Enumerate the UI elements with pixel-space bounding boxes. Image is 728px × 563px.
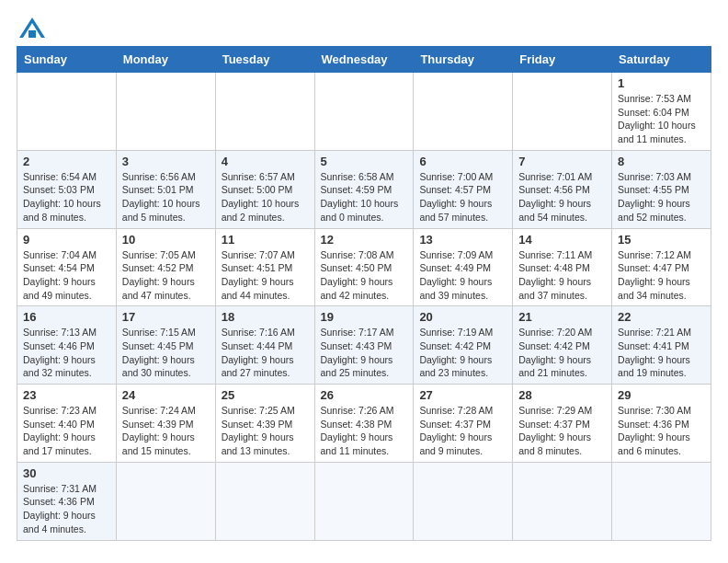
calendar-cell: 6Sunrise: 7:00 AM Sunset: 4:57 PM Daylig… <box>414 150 513 228</box>
day-number: 4 <box>222 155 309 168</box>
day-number: 2 <box>23 155 110 168</box>
day-number: 11 <box>222 233 309 247</box>
day-number: 27 <box>419 388 506 402</box>
day-info: Sunrise: 7:05 AM Sunset: 4:52 PM Dayligh… <box>122 248 210 303</box>
calendar-cell <box>314 73 414 151</box>
calendar-cell: 11Sunrise: 7:07 AM Sunset: 4:51 PM Dayli… <box>215 228 314 306</box>
day-info: Sunrise: 7:11 AM Sunset: 4:48 PM Dayligh… <box>518 248 606 303</box>
calendar-cell <box>116 73 215 151</box>
calendar-cell <box>215 73 314 151</box>
col-header-wednesday: Wednesday <box>314 47 414 73</box>
day-number: 7 <box>518 155 606 168</box>
day-info: Sunrise: 7:17 AM Sunset: 4:43 PM Dayligh… <box>321 326 408 380</box>
day-info: Sunrise: 7:24 AM Sunset: 4:39 PM Dayligh… <box>122 404 210 458</box>
calendar-cell: 9Sunrise: 7:04 AM Sunset: 4:54 PM Daylig… <box>17 228 117 306</box>
calendar-cell: 12Sunrise: 7:08 AM Sunset: 4:50 PM Dayli… <box>314 228 414 306</box>
day-number: 20 <box>419 310 506 324</box>
calendar-cell: 26Sunrise: 7:26 AM Sunset: 4:38 PM Dayli… <box>314 385 414 463</box>
page: SundayMondayTuesdayWednesdayThursdayFrid… <box>0 0 728 550</box>
day-info: Sunrise: 6:54 AM Sunset: 5:03 PM Dayligh… <box>23 170 110 224</box>
day-info: Sunrise: 6:56 AM Sunset: 5:01 PM Dayligh… <box>122 170 210 224</box>
day-info: Sunrise: 7:16 AM Sunset: 4:44 PM Dayligh… <box>222 326 309 380</box>
calendar-table: SundayMondayTuesdayWednesdayThursdayFrid… <box>17 46 711 541</box>
day-info: Sunrise: 7:15 AM Sunset: 4:45 PM Dayligh… <box>122 326 210 380</box>
calendar-cell <box>314 462 414 540</box>
day-number: 28 <box>518 388 606 402</box>
logo <box>17 17 45 37</box>
day-info: Sunrise: 7:12 AM Sunset: 4:47 PM Dayligh… <box>618 248 705 303</box>
calendar-cell <box>612 462 711 540</box>
calendar-cell <box>513 73 612 151</box>
calendar-cell: 4Sunrise: 6:57 AM Sunset: 5:00 PM Daylig… <box>215 150 314 228</box>
logo-text <box>17 17 45 37</box>
calendar-cell <box>116 462 215 540</box>
calendar-week-4: 16Sunrise: 7:13 AM Sunset: 4:46 PM Dayli… <box>17 306 711 385</box>
day-number: 29 <box>618 388 705 402</box>
calendar-cell: 17Sunrise: 7:15 AM Sunset: 4:45 PM Dayli… <box>116 306 215 385</box>
col-header-monday: Monday <box>116 47 215 73</box>
calendar-week-6: 30Sunrise: 7:31 AM Sunset: 4:36 PM Dayli… <box>17 462 711 540</box>
calendar-cell: 7Sunrise: 7:01 AM Sunset: 4:56 PM Daylig… <box>513 150 612 228</box>
calendar-cell: 18Sunrise: 7:16 AM Sunset: 4:44 PM Dayli… <box>215 306 314 385</box>
calendar-cell: 27Sunrise: 7:28 AM Sunset: 4:37 PM Dayli… <box>414 385 513 463</box>
day-info: Sunrise: 7:00 AM Sunset: 4:57 PM Dayligh… <box>419 170 506 224</box>
calendar-cell: 10Sunrise: 7:05 AM Sunset: 4:52 PM Dayli… <box>116 228 215 306</box>
day-number: 22 <box>618 310 705 324</box>
day-number: 15 <box>618 233 705 247</box>
calendar-cell: 24Sunrise: 7:24 AM Sunset: 4:39 PM Dayli… <box>116 385 215 463</box>
day-info: Sunrise: 7:08 AM Sunset: 4:50 PM Dayligh… <box>321 248 408 303</box>
day-number: 17 <box>122 310 210 324</box>
day-info: Sunrise: 7:07 AM Sunset: 4:51 PM Dayligh… <box>222 248 309 303</box>
calendar-cell: 23Sunrise: 7:23 AM Sunset: 4:40 PM Dayli… <box>17 385 117 463</box>
calendar-cell <box>513 462 612 540</box>
day-number: 14 <box>518 233 606 247</box>
day-number: 13 <box>419 233 506 247</box>
col-header-saturday: Saturday <box>612 47 711 73</box>
calendar-week-1: 1Sunrise: 7:53 AM Sunset: 6:04 PM Daylig… <box>17 73 711 151</box>
calendar-cell: 5Sunrise: 6:58 AM Sunset: 4:59 PM Daylig… <box>314 150 414 228</box>
day-info: Sunrise: 7:31 AM Sunset: 4:36 PM Dayligh… <box>23 482 110 536</box>
day-number: 18 <box>222 310 309 324</box>
calendar-header-row: SundayMondayTuesdayWednesdayThursdayFrid… <box>17 47 711 73</box>
day-number: 9 <box>23 233 110 247</box>
day-number: 26 <box>321 388 408 402</box>
day-info: Sunrise: 6:58 AM Sunset: 4:59 PM Dayligh… <box>321 170 408 224</box>
col-header-friday: Friday <box>513 47 612 73</box>
calendar-cell: 1Sunrise: 7:53 AM Sunset: 6:04 PM Daylig… <box>612 73 711 151</box>
calendar-cell: 20Sunrise: 7:19 AM Sunset: 4:42 PM Dayli… <box>414 306 513 385</box>
day-info: Sunrise: 7:30 AM Sunset: 4:36 PM Dayligh… <box>618 404 705 458</box>
col-header-tuesday: Tuesday <box>215 47 314 73</box>
day-number: 10 <box>122 233 210 247</box>
day-number: 23 <box>23 388 110 402</box>
calendar-cell: 25Sunrise: 7:25 AM Sunset: 4:39 PM Dayli… <box>215 385 314 463</box>
day-info: Sunrise: 7:19 AM Sunset: 4:42 PM Dayligh… <box>419 326 506 380</box>
day-info: Sunrise: 7:09 AM Sunset: 4:49 PM Dayligh… <box>419 248 506 303</box>
day-info: Sunrise: 7:53 AM Sunset: 6:04 PM Dayligh… <box>618 92 705 146</box>
day-number: 5 <box>321 155 408 168</box>
day-info: Sunrise: 7:20 AM Sunset: 4:42 PM Dayligh… <box>518 326 606 380</box>
calendar-cell: 19Sunrise: 7:17 AM Sunset: 4:43 PM Dayli… <box>314 306 414 385</box>
calendar-cell: 21Sunrise: 7:20 AM Sunset: 4:42 PM Dayli… <box>513 306 612 385</box>
calendar-cell: 29Sunrise: 7:30 AM Sunset: 4:36 PM Dayli… <box>612 385 711 463</box>
calendar-cell: 13Sunrise: 7:09 AM Sunset: 4:49 PM Dayli… <box>414 228 513 306</box>
calendar-cell: 14Sunrise: 7:11 AM Sunset: 4:48 PM Dayli… <box>513 228 612 306</box>
calendar-cell: 8Sunrise: 7:03 AM Sunset: 4:55 PM Daylig… <box>612 150 711 228</box>
day-info: Sunrise: 7:03 AM Sunset: 4:55 PM Dayligh… <box>618 170 705 224</box>
day-info: Sunrise: 7:25 AM Sunset: 4:39 PM Dayligh… <box>222 404 309 458</box>
calendar-cell: 2Sunrise: 6:54 AM Sunset: 5:03 PM Daylig… <box>17 150 117 228</box>
day-info: Sunrise: 7:01 AM Sunset: 4:56 PM Dayligh… <box>518 170 606 224</box>
calendar-week-5: 23Sunrise: 7:23 AM Sunset: 4:40 PM Dayli… <box>17 385 711 463</box>
day-number: 6 <box>419 155 506 168</box>
day-number: 30 <box>23 466 110 480</box>
day-info: Sunrise: 7:04 AM Sunset: 4:54 PM Dayligh… <box>23 248 110 303</box>
calendar-cell <box>215 462 314 540</box>
day-info: Sunrise: 6:57 AM Sunset: 5:00 PM Dayligh… <box>222 170 309 224</box>
day-number: 1 <box>618 76 705 90</box>
day-info: Sunrise: 7:29 AM Sunset: 4:37 PM Dayligh… <box>518 404 606 458</box>
day-info: Sunrise: 7:23 AM Sunset: 4:40 PM Dayligh… <box>23 404 110 458</box>
day-info: Sunrise: 7:13 AM Sunset: 4:46 PM Dayligh… <box>23 326 110 380</box>
svg-rect-2 <box>28 30 36 38</box>
day-info: Sunrise: 7:21 AM Sunset: 4:41 PM Dayligh… <box>618 326 705 380</box>
calendar-cell <box>414 73 513 151</box>
calendar-cell <box>17 73 117 151</box>
